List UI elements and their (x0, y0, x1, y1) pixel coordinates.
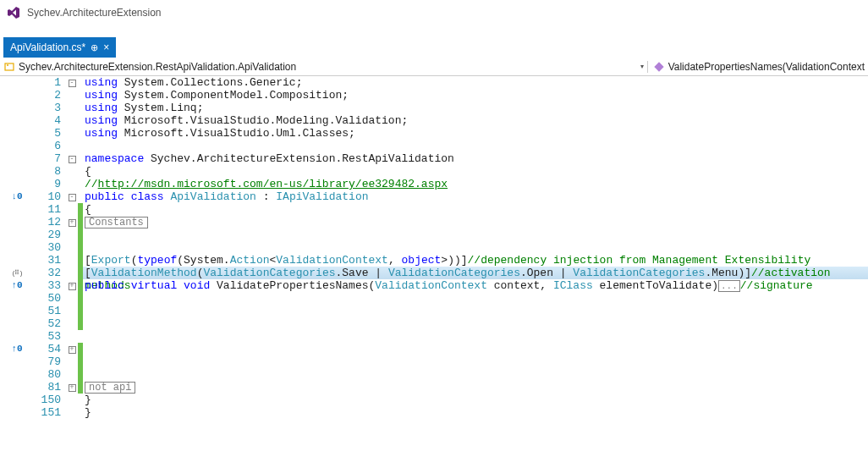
code-line[interactable] (83, 355, 868, 368)
line-number: 8 (34, 165, 66, 178)
codelens-glyph[interactable]: ↓0 (11, 190, 22, 203)
chevron-down-icon[interactable]: ▾ (640, 63, 644, 70)
line-number: 33 (34, 279, 66, 292)
line-number: 9 (34, 178, 66, 190)
collapsed-region[interactable]: not api (85, 382, 135, 394)
method-icon (653, 61, 665, 73)
fold-toggle[interactable]: - (66, 190, 78, 203)
line-number: 31 (34, 254, 66, 267)
code-line[interactable]: } (83, 394, 868, 406)
code-line[interactable]: using System.Linq; (83, 102, 868, 114)
nav-class-text: Sychev.ArchitectureExtension.RestApiVali… (19, 61, 296, 73)
codelens-glyph[interactable]: ↑0 (11, 343, 22, 355)
code-line[interactable]: using Microsoft.VisualStudio.Modeling.Va… (83, 114, 868, 127)
line-number: 10 (34, 190, 66, 203)
code-line[interactable]: } (83, 406, 868, 419)
line-number: 3 (34, 102, 66, 114)
line-number: 5 (34, 127, 66, 140)
svg-rect-2 (654, 62, 663, 71)
line-number: 32 (34, 267, 66, 279)
line-number: 7 (34, 152, 66, 165)
line-number: 54 (34, 343, 66, 355)
line-number: 52 (34, 317, 66, 330)
line-number: 2 (34, 89, 66, 102)
code-line[interactable]: { (83, 203, 868, 216)
code-line[interactable]: namespace Sychev.ArchitectureExtension.R… (83, 152, 868, 165)
navbar: Sychev.ArchitectureExtension.RestApiVali… (0, 58, 868, 76)
line-number: 11 (34, 203, 66, 216)
code-line[interactable]: using System.Collections.Generic; (83, 76, 868, 89)
code-line[interactable] (83, 330, 868, 343)
line-number: 81 (34, 381, 66, 394)
class-icon (3, 61, 15, 73)
line-number: 50 (34, 292, 66, 305)
codelens-glyph[interactable]: ↑0 (11, 279, 22, 292)
code-line[interactable]: public virtual void ValidatePropertiesNa… (83, 279, 868, 292)
line-number: 79 (34, 355, 66, 368)
code-line[interactable]: { (83, 165, 868, 178)
pin-icon[interactable]: ⊕ (91, 42, 98, 53)
code-line[interactable] (83, 140, 868, 152)
line-number: 1 (34, 76, 66, 89)
breakpoint-glyph[interactable]: (⠿) (12, 267, 23, 279)
line-number: 51 (34, 305, 66, 317)
titlebar: Sychev.ArchitectureExtension (0, 0, 868, 25)
fold-toggle[interactable]: - (66, 76, 78, 89)
code-line[interactable]: Constants (83, 216, 868, 228)
code-line[interactable] (83, 368, 868, 381)
code-line[interactable] (83, 317, 868, 330)
menubar (0, 25, 868, 37)
code-line[interactable]: public class ApiValidation : IApiValidat… (83, 190, 868, 203)
code-editor[interactable]: 1-using System.Collections.Generic; 2usi… (0, 76, 868, 468)
collapsed-body[interactable]: ... (718, 280, 740, 292)
code-line[interactable] (83, 228, 868, 241)
line-number: 80 (34, 368, 66, 381)
nav-class-dropdown[interactable]: Sychev.ArchitectureExtension.RestApiVali… (3, 61, 296, 73)
line-number: 6 (34, 140, 66, 152)
tab-active[interactable]: ApiValidation.cs* ⊕ × (3, 37, 116, 58)
code-line[interactable]: using Microsoft.VisualStudio.Uml.Classes… (83, 127, 868, 140)
url-link[interactable]: http://msdn.microsoft.com/en-us/library/… (98, 178, 448, 190)
code-line[interactable] (83, 343, 868, 355)
tab-name: ApiValidation.cs* (10, 41, 85, 53)
collapsed-region[interactable]: Constants (85, 217, 148, 228)
code-line-selected[interactable]: [ValidationMethod(ValidationCategories.S… (83, 267, 868, 279)
tabbar: ApiValidation.cs* ⊕ × (0, 37, 868, 58)
svg-point-1 (7, 64, 8, 66)
code-line[interactable]: using System.ComponentModel.Composition; (83, 89, 868, 102)
code-line[interactable]: not api (83, 381, 868, 394)
fold-toggle[interactable]: + (66, 343, 78, 355)
code-line[interactable]: //http://msdn.microsoft.com/en-us/librar… (83, 178, 868, 190)
code-line[interactable] (83, 305, 868, 317)
line-number: 53 (34, 330, 66, 343)
close-icon[interactable]: × (103, 41, 109, 53)
nav-member-text: ValidatePropertiesNames(ValidationContex… (668, 61, 865, 73)
app-title: Sychev.ArchitectureExtension (27, 7, 162, 19)
fold-toggle[interactable]: + (66, 381, 78, 394)
code-line[interactable]: [Export(typeof(System.Action<ValidationC… (83, 254, 868, 267)
line-number: 30 (34, 241, 66, 254)
nav-member-dropdown[interactable]: ValidatePropertiesNames(ValidationContex… (647, 61, 865, 73)
code-line[interactable] (83, 292, 868, 305)
line-number: 29 (34, 228, 66, 241)
fold-toggle[interactable]: + (66, 279, 78, 292)
vs-logo-icon (7, 6, 20, 19)
code-line[interactable] (83, 241, 868, 254)
line-number: 150 (34, 394, 66, 406)
fold-toggle[interactable]: + (66, 216, 78, 228)
line-number: 12 (34, 216, 66, 228)
fold-toggle[interactable]: - (66, 152, 78, 165)
svg-rect-0 (5, 63, 14, 70)
line-number: 4 (34, 114, 66, 127)
line-number: 151 (34, 406, 66, 419)
